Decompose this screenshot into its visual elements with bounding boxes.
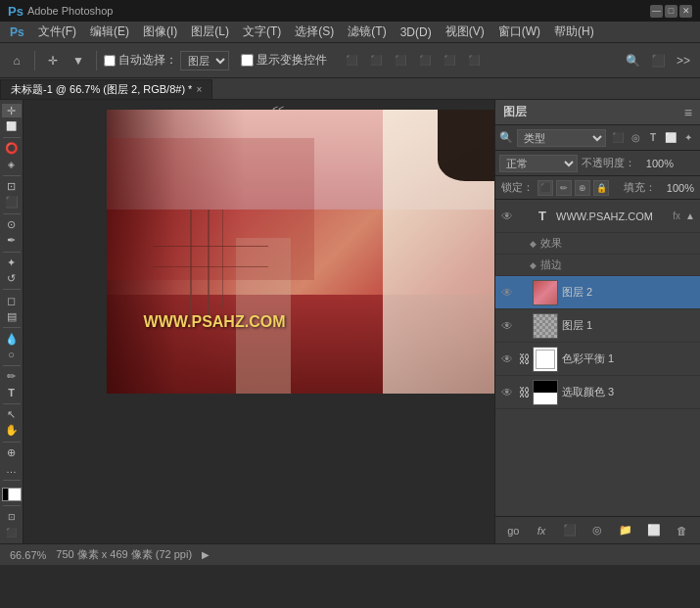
menu-image[interactable]: 图像(I)	[137, 22, 183, 42]
align-bottom-icon[interactable]: ⬛	[463, 50, 485, 71]
filter-shape-icon[interactable]: ⬜	[663, 130, 678, 146]
menu-3d[interactable]: 3D(D)	[395, 23, 438, 41]
list-item[interactable]: 👁 图层 1	[495, 309, 700, 343]
layer-fx-indicator: fx	[673, 210, 680, 221]
menu-ps[interactable]: Ps	[4, 23, 30, 41]
arrow-icon[interactable]: ▼	[68, 50, 89, 71]
filter-adjust-icon[interactable]: ◎	[628, 130, 643, 146]
align-center-icon[interactable]: ⬛	[365, 50, 387, 71]
selective-color-visibility[interactable]: 👁	[499, 385, 515, 400]
history-brush-tool[interactable]: ↺	[2, 271, 22, 285]
effect-name: 效果	[540, 236, 562, 251]
background-color[interactable]	[8, 488, 22, 501]
quick-mask-tool[interactable]: ⊡	[2, 510, 22, 524]
layer-visibility-toggle[interactable]: 👁	[499, 209, 515, 224]
eyedropper-tool[interactable]: ⬛	[2, 196, 22, 210]
create-group-button[interactable]: 📁	[616, 521, 635, 540]
menu-window[interactable]: 窗口(W)	[492, 22, 546, 42]
filter-type-icon[interactable]: T	[645, 130, 661, 146]
layer-link-2[interactable]: ⛓	[519, 386, 529, 399]
pen-tool[interactable]: ✏	[2, 370, 22, 384]
lasso-tool[interactable]: ⭕	[2, 142, 22, 156]
document-tab[interactable]: 未标题-1 @ 66.7% (图层 2, RGB/8#) * ×	[0, 79, 212, 99]
marquee-tool[interactable]: ⬜	[2, 119, 22, 133]
layer-link[interactable]: ⛓	[519, 352, 529, 366]
layer-expand[interactable]: ▲	[684, 210, 696, 221]
menu-file[interactable]: 文件(F)	[32, 22, 82, 42]
status-arrow[interactable]: ▶	[202, 549, 210, 560]
show-transform-checkbox[interactable]	[241, 54, 254, 67]
layer-filter-icons: ⬛ ◎ T ⬜ ✦	[610, 130, 696, 146]
layer-select[interactable]: 图层	[180, 51, 229, 70]
title-bar-controls[interactable]: — □ ✕	[650, 5, 692, 18]
menu-text[interactable]: 文字(T)	[237, 22, 287, 42]
lock-all-icon[interactable]: 🔒	[593, 180, 609, 196]
search-icon[interactable]: 🔍	[622, 50, 643, 71]
zoom-tool[interactable]: ⊕	[2, 445, 22, 459]
create-layer-button[interactable]: ⬜	[644, 521, 664, 540]
home-icon[interactable]: ⌂	[6, 50, 27, 71]
brush-tool[interactable]: ✒	[2, 234, 22, 248]
color-balance-visibility[interactable]: 👁	[499, 351, 515, 367]
color-swatches[interactable]	[2, 488, 22, 501]
layer-type-select[interactable]: 类型	[517, 129, 606, 147]
lock-pixels-icon[interactable]: ⬛	[537, 180, 553, 196]
panel-menu-button[interactable]: ≡	[684, 105, 692, 120]
list-item[interactable]: 👁 T WWW.PSAHZ.COM fx ▲	[495, 200, 700, 233]
layer-1-thumbnail	[533, 313, 558, 339]
add-mask-button[interactable]: ⬛	[560, 521, 580, 540]
move-tool[interactable]: ✛	[2, 104, 22, 117]
menu-filter[interactable]: 滤镜(T)	[342, 22, 392, 42]
layer-2-thumbnail	[533, 280, 558, 305]
lock-artboard-icon[interactable]: ⊕	[575, 180, 590, 196]
clone-stamp-tool[interactable]: ✦	[2, 256, 22, 269]
image-dimensions: 750 像素 x 469 像素 (72 ppi)	[56, 547, 192, 562]
align-middle-icon[interactable]: ⬛	[439, 50, 460, 71]
tab-close-button[interactable]: ×	[196, 84, 202, 95]
lock-position-icon[interactable]: ✏	[556, 180, 572, 196]
minimize-button[interactable]: —	[650, 5, 663, 18]
hand-tool[interactable]: ✋	[2, 424, 22, 438]
workspace-icon[interactable]: ⬛	[647, 50, 669, 71]
list-item[interactable]: 👁 图层 2	[495, 276, 700, 309]
eraser-tool[interactable]: ◻	[2, 294, 22, 307]
blur-tool[interactable]: 💧	[2, 332, 22, 346]
spot-heal-tool[interactable]: ⊙	[2, 217, 22, 231]
align-left-icon[interactable]: ⬛	[341, 50, 362, 71]
color-balance-thumbnail	[533, 347, 558, 372]
menu-edit[interactable]: 编辑(E)	[84, 22, 135, 42]
align-right-icon[interactable]: ⬛	[390, 50, 411, 71]
align-top-icon[interactable]: ⬛	[414, 50, 436, 71]
layer-1-visibility[interactable]: 👁	[499, 318, 515, 334]
screen-mode-tool[interactable]: ⬛	[2, 526, 22, 539]
tool-separator-10	[3, 480, 21, 481]
auto-select-checkbox[interactable]	[104, 55, 116, 67]
menu-help[interactable]: 帮助(H)	[548, 22, 600, 42]
type-tool[interactable]: T	[2, 386, 22, 399]
extra-tool[interactable]: …	[2, 462, 22, 476]
more-icon[interactable]: >>	[673, 50, 694, 71]
gradient-tool[interactable]: ▤	[2, 309, 22, 323]
layers-panel: 图层 ≡ 🔍 类型 ⬛ ◎ T ⬜ ✦ 正常 不透明度： 100%	[494, 100, 700, 543]
layer-2-visibility[interactable]: 👁	[499, 285, 515, 301]
add-style-button[interactable]: fx	[532, 521, 551, 540]
path-select-tool[interactable]: ↖	[2, 408, 22, 422]
quick-select-tool[interactable]: ◈	[2, 158, 22, 171]
list-item[interactable]: 👁 ⛓ 色彩平衡 1	[495, 343, 700, 376]
menu-view[interactable]: 视图(V)	[440, 22, 490, 42]
delete-layer-button[interactable]: 🗑	[673, 521, 692, 540]
filter-smart-icon[interactable]: ✦	[680, 130, 696, 146]
close-button[interactable]: ✕	[679, 5, 692, 18]
filter-pixel-icon[interactable]: ⬛	[610, 130, 626, 146]
crop-tool[interactable]: ⊡	[2, 180, 22, 194]
maximize-button[interactable]: □	[665, 5, 677, 18]
menu-select[interactable]: 选择(S)	[289, 22, 340, 42]
move-tool-icon[interactable]: ✛	[42, 50, 64, 71]
list-item[interactable]: 👁 ⛓ 选取颜色 3	[495, 376, 700, 409]
dodge-tool[interactable]: ○	[2, 348, 22, 361]
add-adjustment-button[interactable]: ◎	[587, 521, 607, 540]
link-layers-button[interactable]: go	[503, 521, 523, 540]
blend-mode-select[interactable]: 正常	[499, 155, 578, 172]
tool-separator-2	[3, 175, 21, 176]
menu-layer[interactable]: 图层(L)	[185, 22, 235, 42]
